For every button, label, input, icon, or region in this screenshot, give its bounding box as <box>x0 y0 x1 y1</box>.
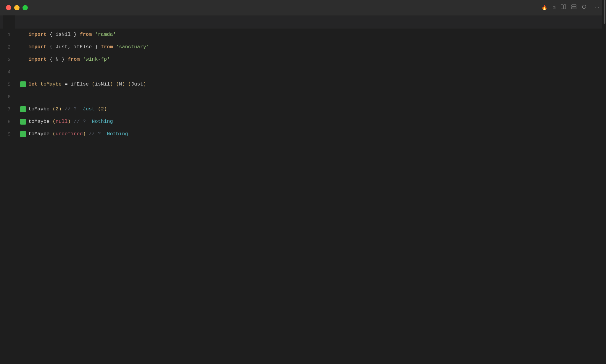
breakpoint-cell[interactable] <box>18 106 28 112</box>
breakpoint-cell[interactable] <box>18 81 28 87</box>
paren-token: ( <box>49 106 55 112</box>
number-token: 2 <box>101 106 104 112</box>
punctuation-token: } <box>92 44 101 50</box>
punctuation-token: } <box>59 57 68 62</box>
punctuation-token: , <box>68 44 74 50</box>
identifier-token: toMaybe <box>28 131 49 137</box>
kw-import-token: import <box>28 57 46 62</box>
paren-token: ) <box>143 81 146 87</box>
code-line: let toMaybe = ifElse (isNil) (N) (Just) <box>28 78 146 91</box>
table-row: 4 <box>0 66 606 78</box>
punctuation-token: { <box>46 32 56 37</box>
identifier-token: ifElse <box>74 44 92 50</box>
circle-icon[interactable] <box>582 5 586 10</box>
code-line: toMaybe (null) // ? Nothing <box>28 115 113 128</box>
code-line: import { N } from 'wink-fp' <box>28 53 110 66</box>
svg-rect-1 <box>564 5 566 9</box>
identifier-token: ifElse <box>71 81 89 87</box>
breakpoint-indicator <box>20 131 26 137</box>
monitor-icon[interactable]: ⊡ <box>553 5 556 11</box>
columns-icon[interactable] <box>561 4 566 11</box>
split-icon[interactable] <box>571 4 577 11</box>
inline-result-token: Nothing <box>104 131 128 137</box>
line-number: 8 <box>0 119 18 125</box>
identifier-token: isNil <box>95 81 110 87</box>
breakpoint-cell[interactable] <box>18 131 28 137</box>
more-icon[interactable]: ··· <box>592 5 600 10</box>
scrollbar-thumb[interactable] <box>604 0 605 24</box>
identifier-token: Just <box>131 81 143 87</box>
punctuation-token <box>38 81 41 87</box>
line-number: 6 <box>0 94 18 100</box>
breakpoint-indicator <box>20 119 26 125</box>
identifier-token: N <box>56 57 59 62</box>
breakpoint-cell[interactable] <box>18 119 28 125</box>
string-token: 'ramda' <box>95 32 116 37</box>
line-number: 5 <box>0 82 18 87</box>
punctuation-token <box>92 32 95 37</box>
code-line: toMaybe (2) // ? Just (2) <box>28 103 107 115</box>
line-number: 3 <box>0 57 18 62</box>
kw-from-token: from <box>80 32 92 37</box>
toolbar-actions: 🔥 ⊡ ··· <box>541 4 600 11</box>
punctuation-token: } <box>71 32 80 37</box>
code-area[interactable]: 1import { isNil } from 'ramda'2import { … <box>0 28 606 364</box>
punctuation-token <box>113 44 116 50</box>
line-number: 2 <box>0 44 18 50</box>
maximize-button[interactable] <box>22 5 28 10</box>
code-line: toMaybe (undefined) // ? Nothing <box>28 128 128 140</box>
inline-result-token: Nothing <box>89 119 113 124</box>
kw-import-token: import <box>28 32 46 37</box>
breakpoint-indicator <box>20 106 26 112</box>
table-row: 9toMaybe (undefined) // ? Nothing <box>0 128 606 140</box>
file-tab[interactable] <box>3 15 15 28</box>
traffic-lights <box>6 5 28 10</box>
line-number: 1 <box>0 32 18 38</box>
paren-token: ( <box>95 106 101 112</box>
undef-val-token: undefined <box>56 131 83 137</box>
paren-token: ) <box>122 81 125 87</box>
table-row: 7toMaybe (2) // ? Just (2) <box>0 103 606 115</box>
identifier-token: toMaybe <box>28 106 49 112</box>
paren-token: ( <box>125 81 131 87</box>
paren-token: ) <box>83 131 86 137</box>
paren-token: ( <box>89 81 95 87</box>
paren-token: ) <box>68 119 71 124</box>
scrollbar[interactable] <box>602 0 606 364</box>
table-row: 2import { Just, ifElse } from 'sanctuary… <box>0 41 606 53</box>
line-number: 4 <box>0 69 18 75</box>
punctuation-token <box>80 57 83 62</box>
editor: 1import { isNil } from 'ramda'2import { … <box>0 28 606 364</box>
table-row: 5let toMaybe = ifElse (isNil) (N) (Just) <box>0 78 606 91</box>
table-row: 6 <box>0 91 606 103</box>
tab-bar <box>0 15 606 28</box>
string-token: 'sanctuary' <box>116 44 149 50</box>
identifier-token: N <box>119 81 122 87</box>
svg-rect-3 <box>572 7 576 9</box>
comment-token: // ? <box>86 131 104 137</box>
table-row: 3import { N } from 'wink-fp' <box>0 53 606 66</box>
comment-token: // ? <box>62 106 80 112</box>
paren-token: ( <box>49 119 55 124</box>
svg-rect-0 <box>561 5 563 9</box>
kw-from-token: from <box>101 44 113 50</box>
string-token: 'wink-fp' <box>83 57 110 62</box>
close-button[interactable] <box>6 5 11 10</box>
code-line: import { Just, ifElse } from 'sanctuary' <box>28 41 149 53</box>
flame-icon[interactable]: 🔥 <box>541 5 547 11</box>
line-number: 9 <box>0 131 18 137</box>
svg-point-4 <box>582 5 586 9</box>
minimize-button[interactable] <box>14 5 20 10</box>
punctuation-token: = <box>62 81 71 87</box>
comment-token: // ? <box>71 119 89 124</box>
table-row: 8toMaybe (null) // ? Nothing <box>0 115 606 128</box>
line-number: 7 <box>0 107 18 112</box>
inline-result-token: Just <box>80 106 95 112</box>
kw-let-token: let <box>28 81 38 87</box>
punctuation-token: { <box>46 44 56 50</box>
var-name-token: toMaybe <box>41 81 62 87</box>
title-bar: 🔥 ⊡ ··· <box>0 0 606 15</box>
kw-import-token: import <box>28 44 46 50</box>
paren-token: ( <box>113 81 119 87</box>
paren-token: ) <box>110 81 113 87</box>
